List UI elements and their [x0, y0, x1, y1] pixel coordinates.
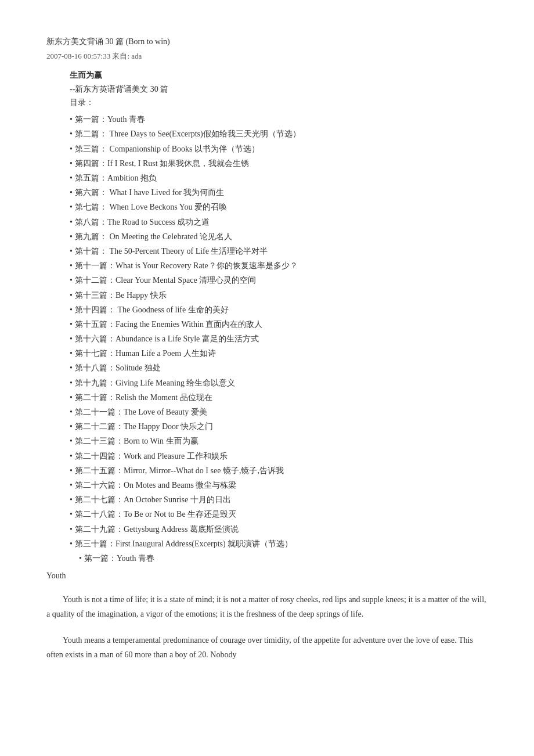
toc-item: 第三篇： Companionship of Books 以书为伴（节选）: [70, 142, 488, 156]
paragraph-1: Youth is not a time of life; it is a sta…: [46, 592, 488, 621]
toc-item: 第十七篇：Human Life a Poem 人生如诗: [70, 346, 488, 361]
toc-item: 第十九篇：Giving Life Meaning 给生命以意义: [70, 376, 488, 390]
toc-item: 第九篇： On Meeting the Celebrated 论见名人: [70, 229, 488, 244]
toc-item: 第二十七篇：An October Sunrise 十月的日出: [70, 492, 488, 507]
toc-item: 第十三篇：Be Happy 快乐: [70, 288, 488, 303]
toc-item: 第五篇：Ambition 抱负: [70, 171, 488, 185]
toc-item: 第二十一篇：The Love of Beauty 爱美: [70, 405, 488, 419]
toc-item: 第二十六篇：On Motes and Beams 微尘与栋梁: [70, 478, 488, 492]
toc-item: 第四篇：If I Rest, I Rust 如果我休息，我就会生锈: [70, 156, 488, 171]
first-chapter-entry: 第一篇：Youth 青春: [79, 551, 488, 566]
toc-label: 目录：: [70, 96, 488, 110]
toc-item: 第二十八篇：To Be or Not to Be 生存还是毁灭: [70, 507, 488, 521]
toc-item: 第六篇： What I have Lived for 我为何而生: [70, 185, 488, 200]
toc-item: 第二十五篇：Mirror, Mirror--What do I see 镜子,镜…: [70, 463, 488, 478]
page-title: 新东方美文背诵 30 篇 (Born to win): [46, 35, 488, 49]
toc-item: 第二十篇：Relish the Moment 品位现在: [70, 390, 488, 405]
chapter-title: Youth: [46, 569, 488, 583]
toc-item: 第十八篇：Solitude 独处: [70, 361, 488, 375]
toc-item: 第十二篇：Clear Your Mental Space 清理心灵的空间: [70, 273, 488, 287]
toc-item: 第十六篇：Abundance is a Life Style 富足的生活方式: [70, 332, 488, 346]
toc-item: 第三十篇：First Inaugural Address(Excerpts) 就…: [70, 537, 488, 551]
toc-item: 第十四篇： The Goodness of life 生命的美好: [70, 303, 488, 317]
toc-item: 第一篇：Youth 青春: [70, 112, 488, 127]
toc-item: 第八篇：The Road to Success 成功之道: [70, 215, 488, 229]
toc-item: 第十五篇：Facing the Enemies Within 直面内在的敌人: [70, 317, 488, 332]
toc-list: 第一篇：Youth 青春第二篇： Three Days to See(Excer…: [70, 112, 488, 551]
toc-item: 第二十四篇：Work and Pleasure 工作和娱乐: [70, 449, 488, 463]
toc-item: 第二十九篇：Gettysburg Address 葛底斯堡演说: [70, 522, 488, 537]
meta-line: 2007-08-16 00:57:33 来自: ada: [46, 50, 488, 63]
toc-item: 第二十三篇：Born to Win 生而为赢: [70, 434, 488, 448]
toc-item: 第二篇： Three Days to See(Excerpts)假如给我三天光明…: [70, 127, 488, 141]
toc-item: 第十一篇：What is Your Recovery Rate？你的恢复速率是多…: [70, 258, 488, 273]
toc-item: 第二十二篇：The Happy Door 快乐之门: [70, 419, 488, 434]
toc-item: 第十篇： The 50-Percent Theory of Life 生活理论半…: [70, 244, 488, 258]
sub-title2: --新东方英语背诵美文 30 篇: [70, 82, 488, 96]
subtitle: 生而为赢: [70, 69, 488, 82]
toc-item: 第七篇： When Love Beckons You 爱的召唤: [70, 200, 488, 214]
paragraph-2: Youth means a temperamental predominance…: [46, 633, 488, 662]
